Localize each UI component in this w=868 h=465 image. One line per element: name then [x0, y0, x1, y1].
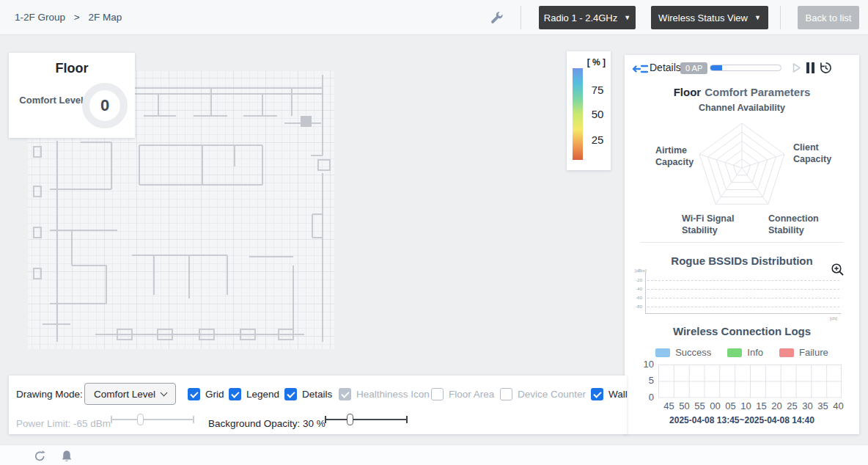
- radar-axis-client-capacity: Client Capacity: [793, 142, 839, 165]
- rogue-ytick: -20: [628, 278, 642, 282]
- checkbox-details[interactable]: Details: [284, 388, 332, 400]
- checkbox-label: Wall: [608, 389, 628, 400]
- legend-info-label: Info: [747, 347, 763, 358]
- legend-failure-label: Failure: [799, 347, 828, 358]
- play-icon[interactable]: [792, 62, 801, 76]
- checkbox-box: [284, 388, 297, 400]
- logs-xtick: 25: [784, 400, 800, 411]
- checkbox-box: [188, 388, 200, 400]
- logs-xtick: 00: [707, 400, 723, 411]
- logs-xtick: 40: [831, 400, 846, 411]
- power-limit-thumb[interactable]: [137, 414, 144, 425]
- chevron-down-icon: [161, 389, 168, 397]
- map-device-marker[interactable]: [301, 116, 312, 127]
- power-limit-slider[interactable]: [111, 413, 194, 426]
- checkbox-legend[interactable]: Legend: [229, 388, 279, 400]
- comfort-level-gauge: 0: [82, 83, 128, 128]
- checkbox-floor-area[interactable]: Floor Area: [431, 388, 494, 400]
- breadcrumb-group[interactable]: 1-2F Group: [15, 12, 65, 23]
- checkbox-label: Details: [302, 389, 332, 400]
- top-bar: 1-2F Group > 2F Map Radio 1 - 2.4GHz ▼ W…: [0, 0, 868, 35]
- caret-down-icon: ▼: [624, 14, 630, 21]
- checkbox-grid[interactable]: Grid: [188, 388, 224, 400]
- collapse-panel-icon[interactable]: [632, 63, 648, 78]
- rogue-ytick: -40: [628, 287, 642, 291]
- radar-axis-channel-availability: Channel Availability: [625, 102, 859, 114]
- slider-end-tick: [406, 416, 408, 423]
- title-rest: Comfort Parameters: [705, 86, 810, 98]
- playback-progress-slider[interactable]: [710, 65, 781, 71]
- caret-down-icon: ▼: [754, 14, 761, 21]
- map-toolbar: Drawing Mode: Comfort Level Grid Legend …: [9, 376, 627, 434]
- scale-tick-50: 50: [587, 108, 608, 120]
- logs-xtick: 20: [769, 400, 784, 411]
- logs-ytick-0: 0: [635, 392, 654, 403]
- radio-select[interactable]: Radio 1 - 2.4GHz ▼: [539, 6, 636, 29]
- slider-end-tick: [193, 416, 194, 423]
- tools-wrench-icon[interactable]: [490, 10, 504, 28]
- drawing-mode-label: Drawing Mode:: [16, 389, 83, 400]
- checkbox-label: Legend: [246, 389, 279, 400]
- toolbar-divider: [780, 6, 781, 29]
- scale-gradient-bar: [573, 68, 583, 160]
- ap-count-badge: 0 AP: [680, 62, 707, 74]
- background-opacity-thumb[interactable]: [347, 414, 353, 425]
- logs-legend: Success Info Failure: [625, 347, 859, 358]
- details-panel: Details 0 AP FloorComfort Parameters: [625, 55, 859, 434]
- rogue-ytick: -60: [628, 296, 642, 300]
- toolbar-divider: [521, 6, 521, 29]
- rogue-gridline: [647, 289, 839, 290]
- legend-success-label: Success: [675, 347, 711, 358]
- checkbox-box: [431, 388, 444, 400]
- logs-xtick: 45: [661, 400, 677, 411]
- logs-xtick: 50: [677, 400, 692, 411]
- checkbox-label: Grid: [205, 389, 224, 400]
- checkbox-healthiness-icon[interactable]: Healthiness Icon: [339, 388, 430, 400]
- rogue-bssids-chart: [645, 272, 841, 314]
- slider-end-tick: [111, 416, 112, 423]
- wireless-floor-map-page: 1-2F Group > 2F Map Radio 1 - 2.4GHz ▼ W…: [0, 0, 868, 465]
- logs-ytick-5: 5: [635, 375, 654, 386]
- radar-axis-airtime-capacity: Airtime Capacity: [655, 144, 699, 168]
- back-to-list-button[interactable]: Back to list: [798, 6, 859, 29]
- view-select[interactable]: Wireless Status View ▼: [651, 6, 768, 29]
- background-opacity-slider[interactable]: [325, 413, 408, 426]
- checkbox-wall[interactable]: Wall: [591, 388, 628, 400]
- breadcrumb: 1-2F Group > 2F Map: [15, 0, 128, 35]
- scale-tick-75: 75: [587, 84, 608, 96]
- logs-x-axis: 45 50 55 00 05 10 15 20 25 30 35 40: [661, 400, 846, 411]
- pause-icon[interactable]: [806, 62, 815, 76]
- slider-fill: [710, 65, 722, 70]
- logs-ytick-10: 10: [635, 359, 654, 370]
- logs-xtick: 15: [754, 400, 769, 411]
- success-swatch: [655, 348, 670, 357]
- slider-track: [325, 419, 408, 420]
- legend-success: Success: [655, 347, 711, 358]
- logs-xtick: 30: [800, 400, 815, 411]
- drawing-mode-select[interactable]: Comfort Level: [84, 383, 176, 405]
- rogue-x-unit: [ch]: [830, 316, 837, 321]
- breadcrumb-map[interactable]: 2F Map: [88, 12, 122, 23]
- logs-xtick: 55: [692, 400, 707, 411]
- legend-info: Info: [727, 347, 763, 358]
- checkbox-device-counter[interactable]: Device Counter: [500, 388, 586, 400]
- slider-track: [111, 419, 194, 420]
- info-swatch: [727, 348, 742, 357]
- rogue-gridline: [647, 298, 839, 299]
- notification-bell-icon[interactable]: [61, 450, 73, 463]
- scale-tick-25: 25: [587, 133, 608, 146]
- floor-summary-card: Floor Comfort Level 0: [9, 53, 135, 138]
- checkbox-label: Floor Area: [449, 389, 494, 400]
- logs-chart-grid: [658, 365, 842, 398]
- comfort-level-value: 0: [100, 96, 109, 115]
- view-select-value: Wireless Status View: [658, 12, 748, 23]
- reload-icon[interactable]: [34, 450, 46, 462]
- logs-xtick: 10: [738, 400, 754, 411]
- breadcrumb-separator: >: [74, 12, 80, 23]
- drawing-mode-value: Comfort Level: [94, 389, 155, 400]
- auto-refresh-icon[interactable]: [820, 62, 832, 77]
- comfort-parameters-title: FloorComfort Parameters: [625, 86, 859, 98]
- checkbox-label: Device Counter: [518, 389, 586, 400]
- power-limit-label: Power Limit: -65 dBm: [16, 418, 111, 429]
- radio-select-value: Radio 1 - 2.4GHz: [544, 12, 617, 23]
